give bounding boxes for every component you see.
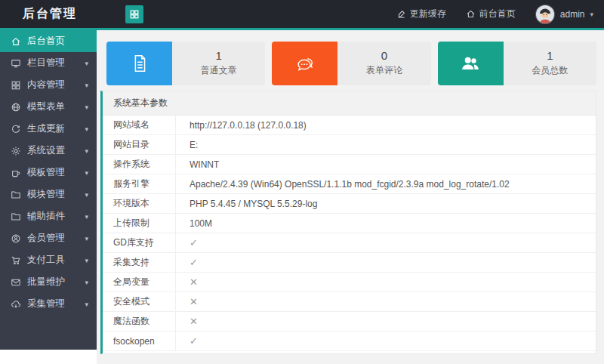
row-label: GD库支持 <box>103 233 176 252</box>
update-cache-label: 更新缓存 <box>410 8 446 20</box>
table-row: 采集支持 ✓ <box>103 253 596 273</box>
sidebar-item-system-settings[interactable]: 系统设置 ▾ <box>0 140 97 162</box>
comments-icon <box>272 42 337 85</box>
chevron-down-icon: ▾ <box>85 147 88 155</box>
row-label: 服务引擎 <box>103 174 176 193</box>
table-row: 操作系统 WINNT <box>103 155 596 174</box>
chevron-down-icon: ▾ <box>85 235 88 242</box>
sidebar-item-model-forms[interactable]: 模型表单 ▾ <box>0 96 97 118</box>
table-row: 网站目录 E: <box>103 135 596 155</box>
sidebar-item-label: 会员管理 <box>27 232 65 245</box>
sidebar-item-content[interactable]: 内容管理 ▾ <box>0 74 97 96</box>
row-label: 网站域名 <box>103 116 176 134</box>
sidebar-item-label: 支付工具 <box>27 254 65 267</box>
refresh-icon <box>10 123 21 134</box>
users-icon <box>438 42 504 85</box>
front-home-label: 前台首页 <box>479 8 516 20</box>
stat-value: 1 <box>215 50 221 63</box>
cart-icon <box>10 254 21 266</box>
row-label: 操作系统 <box>103 155 176 174</box>
stat-value: 1 <box>547 50 553 63</box>
chevron-down-icon: ▾ <box>85 257 88 264</box>
envelope-icon <box>10 276 21 288</box>
sidebar-item-dashboard[interactable]: 后台首页 <box>0 30 97 52</box>
check-icon: ✓ <box>176 253 198 272</box>
table-row: 服务引擎 Apache/2.4.39 (Win64) OpenSSL/1.1.1… <box>103 174 596 194</box>
row-value: http://127.0.0.18 (127.0.0.18) <box>176 116 307 134</box>
stat-card-members: 1 会员总数 <box>438 42 596 85</box>
cross-icon: ✕ <box>176 273 198 292</box>
sidebar-item-label: 后台首页 <box>27 35 65 48</box>
folder-icon <box>10 211 21 222</box>
row-value: PHP 5.4.45 / MYSQL 5.5.29-log <box>176 194 317 213</box>
globe-icon <box>10 101 21 113</box>
avatar <box>535 5 555 24</box>
sidebar-item-plugins[interactable]: 辅助插件 ▾ <box>0 205 97 227</box>
sidebar: 后台首页 栏目管理 ▾ 内容管理 ▾ 模型表单 ▾ 生成更新 ▾ <box>0 30 97 350</box>
chevron-down-icon: ▾ <box>85 169 88 177</box>
top-header: 后台管理 更新缓存 前台首页 <box>0 0 604 28</box>
row-label: 环境版本 <box>103 194 176 213</box>
stat-card-comments: 0 表单评论 <box>272 42 430 85</box>
sidebar-item-label: 生成更新 <box>27 122 65 135</box>
grid-icon <box>10 79 21 91</box>
check-icon: ✓ <box>176 332 198 350</box>
row-label: 全局变量 <box>103 273 176 292</box>
sidebar-item-generate[interactable]: 生成更新 ▾ <box>0 118 97 140</box>
stat-cards: 1 普通文章 0 表单评论 <box>106 42 596 85</box>
refresh-cache-icon <box>396 9 406 19</box>
paint-icon <box>10 167 21 178</box>
chevron-down-icon: ▾ <box>85 60 88 67</box>
folder-icon <box>10 189 21 200</box>
row-label: 魔法函数 <box>103 312 176 331</box>
update-cache-button[interactable]: 更新缓存 <box>396 8 446 20</box>
table-row: GD库支持 ✓ <box>103 233 596 253</box>
sidebar-item-label: 采集管理 <box>27 298 65 310</box>
row-label: 上传限制 <box>103 214 176 233</box>
home-icon <box>466 9 476 19</box>
row-label: 安全模式 <box>103 292 176 311</box>
sidebar-item-batch[interactable]: 批量维护 ▾ <box>0 271 97 293</box>
sidebar-item-collect[interactable]: 采集管理 ▾ <box>0 293 97 315</box>
sidebar-item-label: 系统设置 <box>27 144 65 157</box>
check-icon: ✓ <box>176 233 198 252</box>
document-icon <box>106 42 172 85</box>
stat-value: 0 <box>381 50 387 63</box>
table-row: 环境版本 PHP 5.4.45 / MYSQL 5.5.29-log <box>103 194 596 214</box>
row-value: WINNT <box>176 155 219 174</box>
sidebar-item-label: 模块管理 <box>27 188 65 201</box>
username-label: admin <box>560 9 585 20</box>
cross-icon: ✕ <box>176 292 198 311</box>
sidebar-item-templates[interactable]: 模板管理 ▾ <box>0 162 97 184</box>
table-row: fsockopen ✓ <box>103 332 596 351</box>
chevron-down-icon: ▾ <box>85 301 88 308</box>
chevron-down-icon: ▾ <box>85 191 88 199</box>
sidebar-item-members[interactable]: 会员管理 ▾ <box>0 227 97 249</box>
sidebar-item-label: 模板管理 <box>27 166 65 179</box>
sidebar-item-columns[interactable]: 栏目管理 ▾ <box>0 52 97 74</box>
home-icon <box>10 35 21 47</box>
table-row: 全局变量 ✕ <box>103 273 596 292</box>
table-row: 上传限制 100M <box>103 214 596 233</box>
monitor-icon <box>10 57 21 69</box>
sidebar-item-label: 内容管理 <box>27 79 65 91</box>
chevron-down-icon: ▾ <box>85 82 88 89</box>
content-area: 1 普通文章 0 表单评论 <box>97 30 604 364</box>
sidebar-item-modules[interactable]: 模块管理 ▾ <box>0 184 97 205</box>
sidebar-item-label: 辅助插件 <box>27 210 65 223</box>
user-menu[interactable]: admin ▾ <box>535 5 593 24</box>
sidebar-item-payment[interactable]: 支付工具 ▾ <box>0 249 97 271</box>
stat-label: 会员总数 <box>532 64 568 77</box>
user-circle-icon <box>10 233 21 244</box>
system-info-panel: 系统基本参数 网站域名 http://127.0.0.18 (127.0.0.1… <box>100 91 596 354</box>
table-row: 网站域名 http://127.0.0.18 (127.0.0.18) <box>103 116 596 135</box>
table-row: 安全模式 ✕ <box>103 292 596 312</box>
table-row: 魔法函数 ✕ <box>103 312 596 332</box>
row-value: E: <box>176 135 198 154</box>
chevron-down-icon: ▾ <box>85 125 88 133</box>
stat-label: 普通文章 <box>201 64 237 77</box>
apps-grid-icon[interactable] <box>125 5 143 23</box>
front-home-button[interactable]: 前台首页 <box>466 8 516 20</box>
chevron-down-icon: ▾ <box>590 11 593 18</box>
row-label: fsockopen <box>103 332 176 350</box>
